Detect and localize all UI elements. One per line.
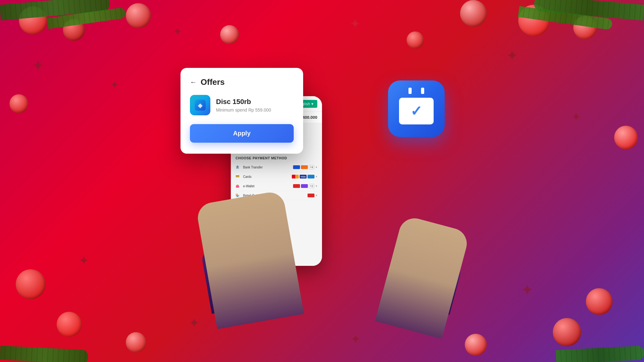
cal-ring-left bbox=[408, 88, 412, 94]
calendar-body: ✓ bbox=[399, 98, 434, 124]
offer-icon-inner bbox=[195, 100, 206, 111]
calendar-app-icon[interactable]: ✓ bbox=[388, 80, 445, 137]
ovo-logo bbox=[301, 184, 308, 188]
offer-name: Disc 150rb bbox=[216, 98, 271, 106]
retail-logos bbox=[308, 194, 314, 197]
calendar-rings bbox=[399, 88, 434, 94]
offers-title: Offers bbox=[201, 77, 225, 87]
bank-transfer-icon: 🏦 bbox=[236, 165, 241, 169]
chevron-icon: ▾ bbox=[316, 194, 317, 197]
chevron-icon: ▾ bbox=[316, 175, 317, 178]
shopeepay-logo bbox=[293, 184, 300, 188]
payment-bank-transfer[interactable]: 🏦 Bank Transfer +4 ▾ bbox=[236, 162, 317, 172]
offer-text: Disc 150rb Minimum spend Rp 559.000 bbox=[216, 98, 271, 112]
bca-logo bbox=[293, 165, 300, 169]
card-icon: 💳 bbox=[236, 175, 241, 178]
offers-card: ← Offers Disc 150rb Minimum spend Rp 559… bbox=[180, 68, 303, 154]
calendar-icon: ✓ bbox=[399, 91, 434, 126]
card-logos: VISA bbox=[292, 175, 314, 178]
offers-header: ← Offers bbox=[190, 77, 294, 87]
cal-ring-right bbox=[421, 88, 424, 94]
cards-label: Cards bbox=[243, 175, 252, 178]
payment-section-title: CHOOSE PAYMENT METHOD bbox=[236, 156, 317, 160]
chevron-down-icon: ▾ bbox=[311, 101, 314, 106]
visa-logo: VISA bbox=[300, 175, 307, 178]
jcb-logo bbox=[308, 175, 314, 178]
payment-cards[interactable]: 💳 Cards VISA ▾ bbox=[236, 172, 317, 181]
hand-right bbox=[375, 215, 470, 339]
payment-ewallet[interactable]: 👛 e-Wallet +2 ▾ bbox=[236, 181, 317, 191]
main-content: English ▾ IDR 1,400.000 < Return to Merc… bbox=[0, 0, 644, 362]
ewallet-label: e-Wallet bbox=[243, 184, 254, 188]
back-arrow-icon[interactable]: ← bbox=[190, 78, 197, 86]
retail-icon: 🏪 bbox=[236, 194, 241, 197]
retail-logo bbox=[308, 194, 314, 197]
mastercard-logo bbox=[292, 175, 299, 178]
ewallet-icon: 👛 bbox=[236, 184, 241, 188]
checkmark-icon: ✓ bbox=[410, 103, 422, 119]
more-wallets-count: +2 bbox=[309, 184, 314, 188]
offer-subtitle: Minimum spend Rp 559.000 bbox=[216, 107, 271, 112]
offer-brand-icon bbox=[190, 95, 210, 115]
bank-transfer-logos: +4 bbox=[293, 165, 314, 169]
bank-transfer-label: Bank Transfer bbox=[243, 166, 263, 169]
chevron-icon: ▾ bbox=[316, 184, 317, 188]
bank-logo-2 bbox=[301, 165, 308, 169]
ewallet-logos: +2 bbox=[293, 184, 314, 188]
chevron-icon: ▾ bbox=[316, 166, 317, 169]
offer-item: Disc 150rb Minimum spend Rp 559.000 bbox=[190, 95, 294, 115]
apply-button[interactable]: Apply bbox=[190, 124, 294, 143]
more-banks-count: +4 bbox=[309, 165, 314, 169]
scene-container: English ▾ IDR 1,400.000 < Return to Merc… bbox=[180, 55, 464, 307]
